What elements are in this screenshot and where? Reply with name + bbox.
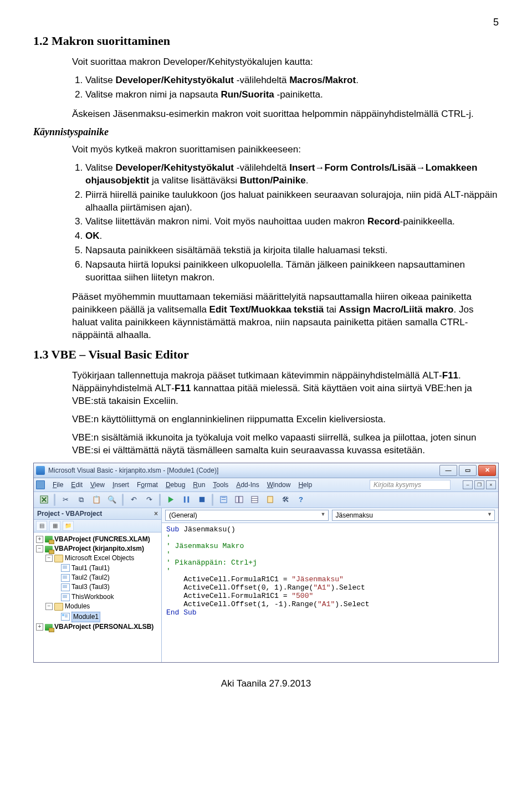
vbe-titlebar[interactable]: Microsoft Visual Basic - kirjanpito.xlsm… xyxy=(34,463,498,478)
page-footer: Aki Taanila 27.9.2013 xyxy=(33,678,499,689)
separator-icon xyxy=(212,494,213,506)
menu-addins[interactable]: Add-Ins xyxy=(236,481,259,489)
toolbox-icon[interactable]: 🛠 xyxy=(279,493,292,506)
window-title: Microsoft Visual Basic - kirjanpito.xlsm… xyxy=(48,467,436,474)
vbe-window: Microsoft Visual Basic - kirjanpito.xlsm… xyxy=(33,463,499,663)
shortcut-note: Äskeisen Jäsenmaksu-esimerkin makron voi… xyxy=(72,108,499,121)
list-item: Napsauta painikkeen sisältämää tekstiä j… xyxy=(85,244,499,257)
menu-edit[interactable]: Edit xyxy=(71,481,83,489)
minimize-button[interactable]: — xyxy=(439,465,457,476)
child-close-button[interactable]: × xyxy=(486,480,496,489)
system-menu-icon[interactable] xyxy=(36,480,45,489)
list-item: Valitse makron nimi ja napsauta Run/Suor… xyxy=(85,89,499,101)
help-icon[interactable]: ? xyxy=(294,493,308,506)
list-item: Napsauta hiirtä lopuksi painikkeen ulkop… xyxy=(85,259,499,284)
reset-icon[interactable] xyxy=(195,493,208,506)
separator-icon xyxy=(122,494,124,506)
menu-window[interactable]: Window xyxy=(267,481,291,489)
vbe-menubar: File Edit View Insert Format Debug Run T… xyxy=(34,478,498,492)
project-pane-title: Project - VBAProject × xyxy=(34,508,161,520)
separator-icon xyxy=(54,494,55,506)
heading-1-2: 1.2 Makron suorittaminen xyxy=(33,34,499,48)
child-restore-button[interactable]: ❐ xyxy=(474,480,484,489)
list-item: Valitse liitettävän makron nimi. Voit my… xyxy=(85,216,499,228)
cut-icon[interactable]: ✂ xyxy=(59,493,72,506)
menu-view[interactable]: View xyxy=(90,481,105,489)
close-pane-icon[interactable]: × xyxy=(154,510,158,518)
maximize-button[interactable]: ▭ xyxy=(459,465,477,476)
copy-icon[interactable]: ⧉ xyxy=(74,493,88,506)
button-intro: Voit myös kytkeä makron suorittamisen pa… xyxy=(72,144,499,156)
view-object-icon[interactable]: ▦ xyxy=(49,521,60,531)
list-item: Valitse Developer/Kehitystyökalut -välil… xyxy=(85,162,499,187)
find-icon[interactable]: 🔍 xyxy=(105,493,119,506)
heading-1-3: 1.3 VBE – Visual Basic Editor xyxy=(33,347,499,362)
code-pane: (General) Jäsenmaksu Sub Jäsenmaksu() ' … xyxy=(162,508,498,662)
vb-icon xyxy=(36,466,45,475)
vbe-paragraph-1: Työkirjaan tallennettuja makroja pääset … xyxy=(72,370,499,408)
page-number: 5 xyxy=(33,17,499,28)
svg-rect-6 xyxy=(235,496,238,503)
svg-rect-2 xyxy=(183,496,185,503)
list-item: Piirrä hiirellä painike taulukkoon (jos … xyxy=(85,189,499,214)
toggle-folders-icon[interactable]: 📁 xyxy=(63,521,74,531)
ask-a-question-input[interactable]: Kirjoita kysymys xyxy=(370,480,451,490)
menu-tools[interactable]: Tools xyxy=(213,481,228,489)
intro-paragraph: Voit suorittaa makron Developer/Kehityst… xyxy=(72,56,499,69)
svg-rect-3 xyxy=(187,496,189,503)
subheading-start-button: Käynnistyspainike xyxy=(33,126,499,138)
svg-rect-9 xyxy=(267,496,272,503)
project-pane-toolbar: ▤ ▦ 📁 xyxy=(34,520,161,532)
design-mode-icon[interactable] xyxy=(217,493,230,506)
tree-selected-module[interactable]: Module1 xyxy=(71,612,100,622)
code-editor[interactable]: Sub Jäsenmaksu() ' ' Jäsenmaksu Makro ' … xyxy=(162,523,498,662)
procedure-dropdown[interactable]: Jäsenmaksu xyxy=(332,510,495,521)
vbe-toolbar: ✂ ⧉ 📋 🔍 ↶ ↷ 🛠 ? xyxy=(34,492,498,508)
svg-rect-4 xyxy=(199,497,204,502)
edit-note: Pääset myöhemmin muuttamaan tekemiäsi mä… xyxy=(72,291,499,342)
run-icon[interactable] xyxy=(164,493,177,506)
break-icon[interactable] xyxy=(180,493,193,506)
svg-rect-7 xyxy=(239,496,243,503)
button-steps: Valitse Developer/Kehitystyökalut -välil… xyxy=(72,162,499,284)
undo-icon[interactable]: ↶ xyxy=(127,493,140,506)
child-minimize-button[interactable]: – xyxy=(463,480,473,489)
vbe-paragraph-3: VBE:n sisältämiä ikkunoita ja työkaluja … xyxy=(72,432,499,457)
object-browser-icon[interactable] xyxy=(263,493,277,506)
project-explorer-pane: Project - VBAProject × ▤ ▦ 📁 + VBAProjec… xyxy=(34,508,162,662)
project-tree[interactable]: + VBAProject (FUNCRES.XLAM) − VBAProject… xyxy=(34,532,161,662)
svg-rect-8 xyxy=(251,496,257,503)
paste-icon[interactable]: 📋 xyxy=(90,493,103,506)
close-button[interactable]: ✕ xyxy=(478,465,496,476)
run-macro-steps: Valitse Developer/Kehitystyökalut -välil… xyxy=(72,74,499,101)
menu-help[interactable]: Help xyxy=(298,481,312,489)
object-dropdown[interactable]: (General) xyxy=(165,510,329,521)
menu-debug[interactable]: Debug xyxy=(166,481,185,489)
separator-icon xyxy=(159,494,161,506)
menu-run[interactable]: Run xyxy=(193,481,205,489)
redo-icon[interactable]: ↷ xyxy=(142,493,156,506)
vbe-paragraph-2: VBE:n käyttöliittymä on englanninkieline… xyxy=(72,413,499,426)
excel-icon[interactable] xyxy=(37,493,50,506)
list-item: Valitse Developer/Kehitystyökalut -välil… xyxy=(85,74,499,87)
project-explorer-icon[interactable] xyxy=(232,493,245,506)
svg-marker-1 xyxy=(168,496,173,503)
menu-format[interactable]: Format xyxy=(137,481,158,489)
properties-icon[interactable] xyxy=(248,493,261,506)
menu-insert[interactable]: Insert xyxy=(112,481,129,489)
menu-file[interactable]: File xyxy=(53,481,63,489)
list-item: OK. xyxy=(85,230,499,243)
view-code-icon[interactable]: ▤ xyxy=(36,521,47,531)
